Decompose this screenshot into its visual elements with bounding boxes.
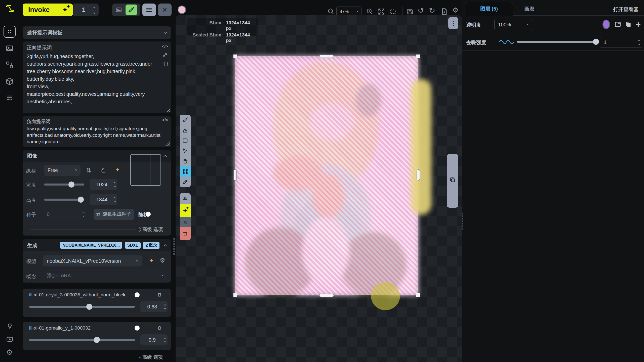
invoke-button[interactable]: Invoke ✦✚ [23,4,73,16]
bbox-handle-e[interactable] [417,169,420,180]
zoom-out-button[interactable] [328,8,335,15]
add-lora-select[interactable]: 添加 LoRA [43,270,167,281]
floating-panel-handle[interactable] [447,154,458,208]
close-panel-button[interactable]: × [158,4,172,16]
denoise-slider-thumb[interactable] [593,39,599,45]
filter-settings-button[interactable] [180,193,191,204]
rail-settings-button[interactable]: ⚙ [6,348,13,357]
step-up-icon[interactable] [114,182,116,184]
queue-count-stepper[interactable]: 1 [73,4,99,16]
bbox-handle-s[interactable] [319,294,334,297]
model-settings-icon[interactable]: ⚙ [160,257,165,264]
lora-weight-slider[interactable] [29,339,135,341]
rail-tab-queue[interactable] [6,94,14,102]
aspect-select[interactable]: Free [44,165,80,176]
step-up-icon[interactable] [638,39,640,41]
height-input[interactable]: 1344 [90,194,117,205]
tab-layers[interactable]: 图层 (5) [465,2,513,16]
bbox-handle-nw[interactable] [233,54,237,58]
code-icon[interactable]: </> [162,44,168,49]
canvas-artwork[interactable] [235,56,418,295]
opacity-select[interactable]: 100% [494,19,532,30]
open-viewer-button[interactable]: 打开查看器 [613,6,638,13]
panel-resize-handle[interactable] [462,212,465,230]
rail-tab-canvas[interactable] [4,26,16,38]
rail-tab-models[interactable] [6,77,14,85]
layer-color-swatch[interactable] [602,20,610,29]
positive-prompt-card[interactable]: 正向提示词 2girls,yuri,hug,heads together, ou… [23,41,171,113]
undo-button[interactable]: ↺ [418,6,424,15]
lora-slider-thumb[interactable] [86,304,92,310]
link-icon[interactable] [163,53,168,58]
fit-to-view-button[interactable] [378,8,385,15]
code-icon[interactable]: </> [162,118,168,122]
seed-input[interactable]: 0 [43,209,86,220]
negative-prompt-card[interactable]: 负向提示词 low quality,worst quality,normal q… [23,116,171,147]
width-slider-thumb[interactable] [68,182,74,188]
cancel-button[interactable]: × [180,217,191,227]
save-button[interactable] [407,8,414,15]
delete-button[interactable] [180,227,191,240]
lora-weight-slider[interactable] [29,306,135,308]
lora-weight-input[interactable]: 0.9 [140,334,168,345]
generation-advanced-options[interactable]: 高级 选项 [139,354,163,360]
width-slider[interactable] [44,184,84,186]
tool-eraser[interactable] [180,125,191,135]
step-down-icon[interactable] [164,340,166,342]
fit-bbox-button[interactable] [389,8,396,15]
generation-section-header[interactable]: 生成 NOOBAIXLNAIXL_VPRED10... SDXL 2 概念 [23,239,171,251]
bbox-handle-ne[interactable] [416,54,420,58]
positive-prompt-text[interactable]: 2girls,yuri,hug,heads together, outdoors… [27,53,157,105]
resize-handle[interactable] [165,141,170,146]
step-down-icon[interactable] [114,185,116,187]
step-up-icon[interactable] [164,304,166,306]
negative-prompt-text[interactable]: low quality,worst quality,normal quality… [27,125,163,145]
tool-move[interactable] [180,146,191,156]
bbox-handle-w[interactable] [233,169,237,180]
step-down-icon[interactable] [83,215,85,217]
count-down-icon[interactable] [93,12,95,14]
bbox-handle-sw[interactable] [233,293,237,297]
add-layer-button[interactable]: + [636,20,641,29]
bbox-handle-se[interactable] [416,293,420,297]
unlock-icon[interactable] [101,167,106,173]
redo-button[interactable]: ↻ [429,6,435,15]
lora-weight-input[interactable]: 0.68 [140,301,168,312]
new-canvas-button[interactable] [441,8,448,15]
bbox-handle-n[interactable] [319,55,334,58]
step-up-icon[interactable] [164,337,166,339]
zoom-in-button[interactable] [366,8,373,15]
step-down-icon[interactable] [164,307,166,309]
step-down-icon[interactable] [114,200,116,202]
model-select[interactable]: noobaiXLNAIXL_vPred10Version [43,255,142,266]
trash-icon[interactable] [157,325,162,331]
height-slider-thumb[interactable] [78,197,84,203]
canvas-more-options-button[interactable]: ⋮ [448,17,458,29]
optimize-size-icon[interactable]: ✦ [115,167,120,173]
resize-handle[interactable] [165,107,170,112]
tool-color-picker[interactable] [180,177,191,187]
denoise-input[interactable]: 1 [600,37,642,48]
fit-layer-icon[interactable] [615,21,621,28]
menu-button[interactable] [142,4,156,16]
trash-icon[interactable] [157,292,162,298]
brush-mode-button[interactable] [126,5,137,15]
denoise-slider[interactable] [517,41,596,43]
tab-gallery[interactable]: 画廊 [513,2,546,16]
tool-pan[interactable] [180,156,191,166]
tool-bbox[interactable] [180,166,191,177]
image-advanced-options[interactable]: 高级 选项 [139,226,163,233]
rail-youtube-button[interactable] [6,335,14,343]
width-input[interactable]: 1024 [90,179,117,190]
duplicate-layer-icon[interactable] [625,21,632,28]
rail-tab-gallery[interactable] [6,44,14,52]
randomize-seed-button[interactable]: ⇄ 随机生成种子 [94,209,134,220]
canvas-settings-button[interactable]: ⚙ [452,6,458,14]
braces-icon[interactable]: { } [163,61,168,66]
step-up-icon[interactable] [114,197,116,199]
brush-color-swatch[interactable] [178,6,186,14]
height-slider[interactable] [44,199,84,201]
swap-dimensions-icon[interactable]: ⇅ [86,167,91,174]
prompt-template-selector[interactable]: 选择提示词模板 [23,26,171,39]
lora-slider-thumb[interactable] [94,337,100,343]
